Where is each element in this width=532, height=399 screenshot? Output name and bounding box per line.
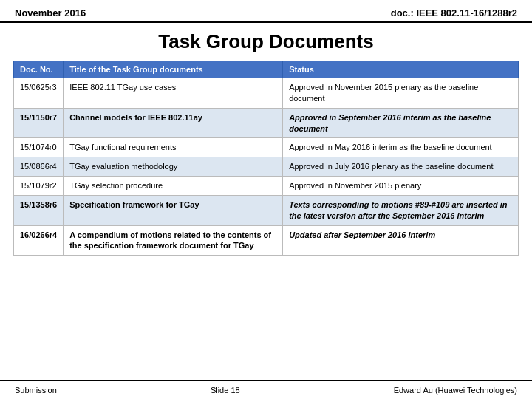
- table-row: 15/1079r2TGay selection procedureApprove…: [14, 177, 519, 196]
- cell-status: Approved in September 2016 interim as th…: [283, 108, 519, 138]
- cell-status: Approved in November 2015 plenary as the…: [283, 78, 519, 109]
- cell-title: TGay selection procedure: [64, 177, 283, 196]
- footer-left: Submission: [15, 386, 57, 395]
- cell-title: Specification framework for TGay: [64, 195, 283, 225]
- cell-status: Approved in November 2015 plenary: [283, 177, 519, 196]
- cell-doc-no: 15/1150r7: [14, 108, 64, 138]
- header-bar: November 2016 doc.: IEEE 802.11-16/1288r…: [0, 0, 532, 23]
- cell-title: TGay evaluation methodology: [64, 157, 283, 177]
- col-header-title: Title of the Task Group documents: [64, 61, 283, 78]
- table-body: 15/0625r3IEEE 802.11 TGay use casesAppro…: [14, 78, 519, 256]
- table-row: 15/0866r4TGay evaluation methodologyAppr…: [14, 157, 519, 177]
- cell-title: Channel models for IEEE 802.11ay: [64, 108, 283, 138]
- col-header-status: Status: [283, 61, 519, 78]
- page: November 2016 doc.: IEEE 802.11-16/1288r…: [0, 0, 532, 399]
- table-row: 15/1074r0TGay functional requirementsApp…: [14, 138, 519, 157]
- table-wrapper: Doc. No. Title of the Task Group documen…: [0, 61, 532, 377]
- footer-center: Slide 18: [211, 386, 240, 395]
- table-row: 15/0625r3IEEE 802.11 TGay use casesAppro…: [14, 78, 519, 109]
- cell-doc-no: 15/1358r6: [14, 195, 64, 225]
- footer-bar: Submission Slide 18 Edward Au (Huawei Te…: [0, 380, 532, 399]
- col-header-doc-no: Doc. No.: [14, 61, 64, 78]
- page-title: Task Group Documents: [0, 30, 532, 53]
- cell-status: Approved in May 2016 interim as the base…: [283, 138, 519, 157]
- cell-title: TGay functional requirements: [64, 138, 283, 157]
- footer-right: Edward Au (Huawei Technologies): [394, 386, 517, 395]
- cell-title: IEEE 802.11 TGay use cases: [64, 78, 283, 109]
- cell-title: A compendium of motions related to the c…: [64, 225, 283, 256]
- cell-doc-no: 15/1079r2: [14, 177, 64, 196]
- table-row: 16/0266r4A compendium of motions related…: [14, 225, 519, 256]
- cell-status: Approved in July 2016 plenary as the bas…: [283, 157, 519, 177]
- main-table: Doc. No. Title of the Task Group documen…: [13, 61, 519, 256]
- cell-doc-no: 15/1074r0: [14, 138, 64, 157]
- cell-doc-no: 15/0866r4: [14, 157, 64, 177]
- table-row: 15/1150r7Channel models for IEEE 802.11a…: [14, 108, 519, 138]
- table-row: 15/1358r6Specification framework for TGa…: [14, 195, 519, 225]
- cell-doc-no: 16/0266r4: [14, 225, 64, 256]
- cell-status: Texts corresponding to motions #89-#109 …: [283, 195, 519, 225]
- cell-status: Updated after September 2016 interim: [283, 225, 519, 256]
- table-header-row: Doc. No. Title of the Task Group documen…: [14, 61, 519, 78]
- header-doc: doc.: IEEE 802.11-16/1288r2: [391, 7, 517, 18]
- header-date: November 2016: [15, 7, 86, 18]
- cell-doc-no: 15/0625r3: [14, 78, 64, 109]
